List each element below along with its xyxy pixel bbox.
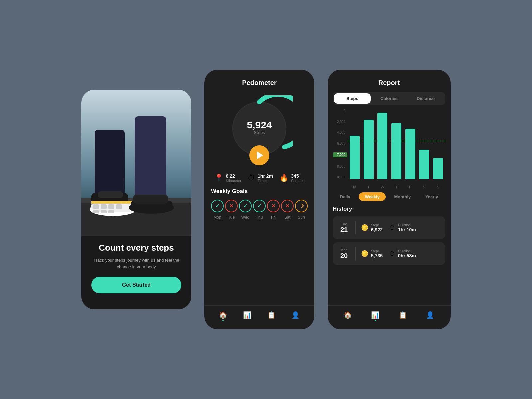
day-label-wed: Wed xyxy=(241,215,249,220)
nav-report[interactable]: 📋 xyxy=(267,311,276,321)
y-label-4: 4,000 xyxy=(333,131,347,134)
y-label-3: 6,000 xyxy=(333,142,347,145)
y-label-6: 0 xyxy=(333,109,347,113)
bar-t1 xyxy=(363,109,375,179)
p3-nav-home[interactable]: 🏠 xyxy=(344,311,352,321)
phone1-content: Count every steps Track your steps journ… xyxy=(81,236,191,309)
day-sun: ☽ Sun xyxy=(295,200,308,220)
period-yearly[interactable]: Yearly xyxy=(419,192,444,201)
stat-calories: 🔥 345 Calories xyxy=(279,173,304,183)
phone1-title: Count every steps xyxy=(99,243,174,253)
x-label-s2: S xyxy=(432,185,444,189)
bar-saturday xyxy=(419,150,429,179)
hist-duration-label-1: Duration xyxy=(398,249,416,253)
day-circle-tue: ✕ xyxy=(225,200,238,212)
history-title: History xyxy=(333,206,445,212)
svg-rect-4 xyxy=(135,116,166,206)
hist-duration-value-1: 0hr 58m xyxy=(398,253,416,258)
svg-rect-12 xyxy=(101,210,107,213)
bar-wednesday xyxy=(377,113,387,179)
chart-x-labels: M T W T F S S xyxy=(347,185,445,189)
p3-nav-report[interactable]: 📋 xyxy=(399,311,407,321)
bar-friday xyxy=(405,129,415,179)
duration-clock-icon-0: ⏱ xyxy=(389,224,395,231)
bar-m xyxy=(349,109,361,179)
hist-day-0: Tue xyxy=(338,222,350,226)
nav-home[interactable]: 🏠 xyxy=(219,311,227,321)
bar-monday xyxy=(350,136,360,179)
nav-active-dot xyxy=(222,320,224,321)
profile-icon: 👤 xyxy=(291,311,300,319)
bar-t2 xyxy=(390,109,402,179)
tab-steps[interactable]: Steps xyxy=(334,93,371,104)
p3-nav-stats[interactable]: 📊 xyxy=(371,311,379,321)
stats-icon: 📊 xyxy=(243,311,251,319)
day-circle-fri: ✕ xyxy=(267,200,280,212)
bar-f xyxy=(404,109,416,179)
steps-coin-icon-1: 🪙 xyxy=(361,250,368,257)
hist-stat-duration-0: ⏱ Duration 1hr 10m xyxy=(389,223,416,232)
day-tue: ✕ Tue xyxy=(225,200,238,220)
play-icon xyxy=(257,151,263,159)
day-circle-thu: ✓ xyxy=(253,200,266,212)
hist-num-1: 20 xyxy=(338,252,350,260)
history-section: History Tue 21 🪙 Steps 6,922 ⏱ xyxy=(328,204,451,305)
steps-display: 5,924 Steps xyxy=(247,120,272,135)
day-label-thu: Thu xyxy=(256,215,263,220)
period-daily[interactable]: Daily xyxy=(334,192,356,201)
calories-value: 345 xyxy=(291,173,304,179)
chart-bars xyxy=(347,109,445,179)
fire-icon: 🔥 xyxy=(279,174,288,182)
y-label-2: 7,000 xyxy=(333,152,347,157)
period-monthly[interactable]: Monthly xyxy=(388,192,417,201)
hist-duration-label-0: Duration xyxy=(398,223,416,227)
phone2-nav: 🏠 📊 📋 👤 xyxy=(204,305,314,329)
play-button-container xyxy=(249,145,269,165)
p3-profile-icon: 👤 xyxy=(426,311,434,319)
p3-stats-icon: 📊 xyxy=(371,311,379,319)
hero-image xyxy=(81,90,191,236)
bar-tuesday xyxy=(364,120,374,179)
day-circle-sat: ✕ xyxy=(281,200,294,212)
chart-inner xyxy=(347,109,445,179)
p3-report-icon: 📋 xyxy=(399,311,407,319)
report-header: Report xyxy=(328,70,451,92)
svg-rect-9 xyxy=(108,204,114,209)
hist-stats-1: 🪙 Steps 5,735 ⏱ Duration 0hr 58m xyxy=(361,249,440,258)
get-started-button[interactable]: Get Started xyxy=(91,277,181,293)
bar-s2 xyxy=(432,109,444,179)
play-button[interactable] xyxy=(249,145,269,165)
nav-stats[interactable]: 📊 xyxy=(243,311,251,321)
steps-label: Steps xyxy=(247,130,272,135)
pedometer-title: Pedometer xyxy=(211,79,308,87)
p3-nav-profile[interactable]: 👤 xyxy=(426,311,434,321)
tab-calories[interactable]: Calories xyxy=(371,93,407,104)
stat-kilometer: 📍 6,22 Kilometer xyxy=(214,173,241,183)
svg-rect-8 xyxy=(101,204,107,209)
period-tabs: Daily Weekly Monthly Yearly xyxy=(328,189,451,204)
period-weekly[interactable]: Weekly xyxy=(359,192,386,201)
day-label-tue: Tue xyxy=(228,215,235,220)
y-label-1: 8,000 xyxy=(333,165,347,168)
hist-stat-duration-1: ⏱ Duration 0hr 58m xyxy=(389,249,416,258)
tab-distance[interactable]: Distance xyxy=(407,93,444,104)
day-circle-mon: ✓ xyxy=(211,200,224,212)
day-circle-wed: ✓ xyxy=(239,200,252,212)
x-label-t2: T xyxy=(390,185,402,189)
hist-steps-value-1: 5,735 xyxy=(371,253,383,258)
calories-label: Calories xyxy=(291,179,304,183)
nav-profile[interactable]: 👤 xyxy=(291,311,300,321)
svg-rect-19 xyxy=(133,195,168,204)
day-label-fri: Fri xyxy=(271,215,276,220)
p3-nav-active-dot xyxy=(375,320,376,321)
kilometer-label: Kilometer xyxy=(226,179,241,183)
p3-home-icon: 🏠 xyxy=(344,311,352,319)
steps-count: 5,924 xyxy=(247,120,272,130)
day-fri: ✕ Fri xyxy=(267,200,280,220)
y-label-0: 10,000 xyxy=(333,175,347,179)
hist-day-1: Mon xyxy=(338,248,350,252)
kilometer-value: 6,22 xyxy=(226,173,241,179)
timer-icon: ⏱ xyxy=(248,174,255,182)
svg-rect-15 xyxy=(98,191,123,198)
x-label-w: W xyxy=(376,185,388,189)
